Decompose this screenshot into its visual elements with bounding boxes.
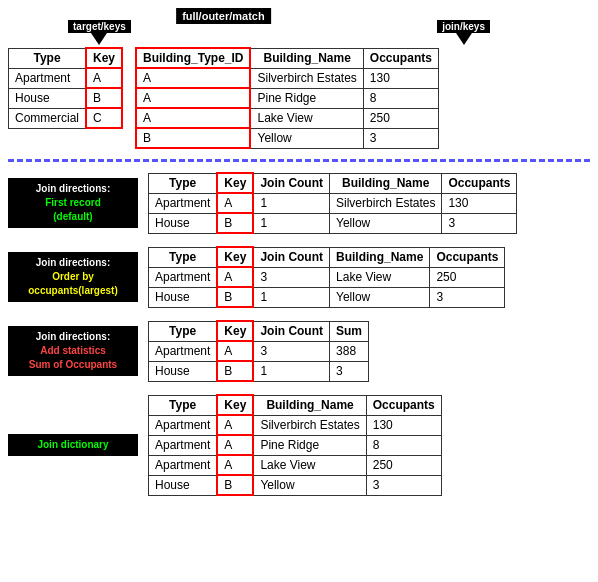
cell-btid: A bbox=[136, 88, 250, 108]
cell-key: B bbox=[217, 475, 253, 495]
table-row: A Lake View 250 bbox=[136, 108, 438, 128]
cell-occ: 130 bbox=[442, 193, 517, 213]
cell-type: Apartment bbox=[149, 435, 218, 455]
table-row: Apartment A Pine Ridge 8 bbox=[149, 435, 442, 455]
cell-key: A bbox=[217, 341, 253, 361]
table-row: Apartment A Silverbirch Estates 130 bbox=[149, 415, 442, 435]
table-row: Apartment A bbox=[9, 68, 123, 88]
cell-btid: A bbox=[136, 68, 250, 88]
table-row: Apartment A 3 388 bbox=[149, 341, 369, 361]
middle-label: full/outer/match bbox=[176, 8, 271, 24]
right-header-occupants: Occupants bbox=[363, 48, 438, 68]
cell-bname: Lake View bbox=[253, 455, 366, 475]
cell-occ: 3 bbox=[442, 213, 517, 233]
right-header-building-name: Building_Name bbox=[250, 48, 363, 68]
cell-bname: Yellow bbox=[330, 213, 442, 233]
table-row: Commercial C bbox=[9, 108, 123, 128]
cell-type: Apartment bbox=[149, 267, 218, 287]
col-sum: Sum bbox=[330, 321, 369, 341]
cell-occ: 8 bbox=[366, 435, 441, 455]
cell-key: C bbox=[86, 108, 122, 128]
table-row: Apartment A 1 Silverbirch Estates 130 bbox=[149, 193, 517, 213]
section-sum-occupants: Join directions: Add statistics Sum of O… bbox=[8, 320, 590, 382]
top-section: full/outer/match target/keys join/keys T… bbox=[8, 8, 590, 149]
table-row: House B bbox=[9, 88, 123, 108]
table-row: Apartment A 3 Lake View 250 bbox=[149, 267, 505, 287]
cell-occ: 250 bbox=[430, 267, 505, 287]
cell-key: A bbox=[217, 193, 253, 213]
cell-jc: 1 bbox=[253, 193, 329, 213]
section-divider bbox=[8, 159, 590, 162]
col-occupants: Occupants bbox=[430, 247, 505, 267]
cell-bname: Yellow bbox=[330, 287, 430, 307]
col-building-name: Building_Name bbox=[330, 247, 430, 267]
cell-type: Apartment bbox=[149, 455, 218, 475]
left-table: Type Key Apartment A House B Commercial … bbox=[8, 47, 123, 129]
col-type: Type bbox=[149, 247, 218, 267]
cell-key: B bbox=[217, 287, 253, 307]
cell-type: House bbox=[149, 475, 218, 495]
cell-occ: 250 bbox=[363, 108, 438, 128]
col-join-count: Join Count bbox=[253, 247, 329, 267]
cell-key: A bbox=[86, 68, 122, 88]
cell-bname: Silverbirch Estates bbox=[253, 415, 366, 435]
cell-bname: Silverbirch Estates bbox=[330, 193, 442, 213]
table-row: House B 1 Yellow 3 bbox=[149, 287, 505, 307]
cell-key: B bbox=[86, 88, 122, 108]
col-type: Type bbox=[149, 395, 218, 415]
right-arrow-down bbox=[456, 33, 472, 45]
cell-key: B bbox=[217, 213, 253, 233]
cell-sum: 388 bbox=[330, 341, 369, 361]
cell-key: B bbox=[217, 361, 253, 381]
section-label-first-record: Join directions: First record (default) bbox=[8, 178, 138, 228]
cell-jc: 1 bbox=[253, 361, 329, 381]
cell-occ: 130 bbox=[366, 415, 441, 435]
col-join-count: Join Count bbox=[253, 173, 329, 193]
table-row: House B 1 Yellow 3 bbox=[149, 213, 517, 233]
right-table: Building_Type_ID Building_Name Occupants… bbox=[135, 47, 439, 149]
cell-jc: 3 bbox=[253, 341, 329, 361]
section-order-by: Join directions: Order by occupants(larg… bbox=[8, 246, 590, 308]
cell-type: Apartment bbox=[149, 193, 218, 213]
cell-jc: 3 bbox=[253, 267, 329, 287]
col-occupants: Occupants bbox=[442, 173, 517, 193]
cell-occ: 3 bbox=[430, 287, 505, 307]
cell-btid: A bbox=[136, 108, 250, 128]
cell-key: A bbox=[217, 435, 253, 455]
col-key: Key bbox=[217, 395, 253, 415]
cell-type: Apartment bbox=[149, 415, 218, 435]
cell-key: A bbox=[217, 267, 253, 287]
order-by-table: Type Key Join Count Building_Name Occupa… bbox=[148, 246, 505, 308]
first-record-table: Type Key Join Count Building_Name Occupa… bbox=[148, 172, 517, 234]
cell-type: House bbox=[149, 361, 218, 381]
col-building-name: Building_Name bbox=[253, 395, 366, 415]
cell-btid: B bbox=[136, 128, 250, 148]
cell-type: House bbox=[9, 88, 87, 108]
cell-occ: 250 bbox=[366, 455, 441, 475]
cell-type: Apartment bbox=[149, 341, 218, 361]
table-row: Apartment A Lake View 250 bbox=[149, 455, 442, 475]
col-type: Type bbox=[149, 173, 218, 193]
left-table-label: target/keys bbox=[68, 20, 131, 33]
cell-type: Commercial bbox=[9, 108, 87, 128]
section-first-record: Join directions: First record (default) … bbox=[8, 172, 590, 234]
bottom-sections: Join directions: First record (default) … bbox=[8, 172, 590, 504]
cell-bname: Pine Ridge bbox=[253, 435, 366, 455]
table-row: B Yellow 3 bbox=[136, 128, 438, 148]
cell-type: House bbox=[149, 287, 218, 307]
left-header-type: Type bbox=[9, 48, 87, 68]
top-tables-row: Type Key Apartment A House B Commercial … bbox=[8, 47, 439, 149]
cell-bname: Lake View bbox=[250, 108, 363, 128]
cell-occ: 3 bbox=[366, 475, 441, 495]
cell-bname: Yellow bbox=[250, 128, 363, 148]
cell-type: House bbox=[149, 213, 218, 233]
table-row: House B 1 3 bbox=[149, 361, 369, 381]
dictionary-table: Type Key Building_Name Occupants Apartme… bbox=[148, 394, 442, 496]
section-label-sum: Join directions: Add statistics Sum of O… bbox=[8, 326, 138, 376]
cell-key: A bbox=[217, 415, 253, 435]
cell-key: A bbox=[217, 455, 253, 475]
col-key: Key bbox=[217, 321, 253, 341]
cell-jc: 1 bbox=[253, 213, 329, 233]
cell-bname: Silverbirch Estates bbox=[250, 68, 363, 88]
cell-bname: Lake View bbox=[330, 267, 430, 287]
